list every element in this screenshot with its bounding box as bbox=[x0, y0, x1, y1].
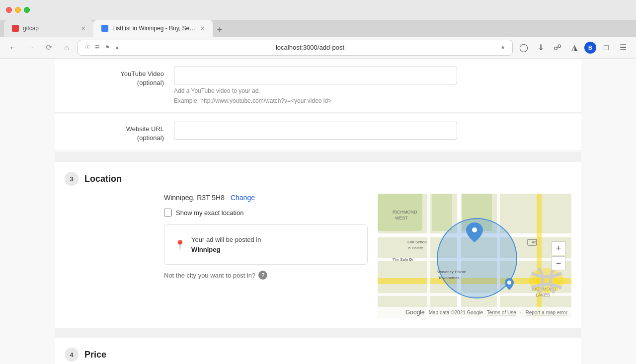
not-city-row: Not the city you want to post in? ? bbox=[164, 271, 368, 280]
navigation-bar: ← → ⟳ ⌂ ☉ ☰ ⚑ ● localhost:3000/add-post … bbox=[0, 37, 636, 59]
svg-text:Elm School: Elm School bbox=[407, 240, 428, 244]
youtube-video-row: YouTube Video(optional) Add a YouTube vi… bbox=[55, 59, 581, 113]
map-container: RICHMOND WEST Waverley Pointe Townhomes … bbox=[378, 194, 571, 318]
address-text: localhost:3000/add-post bbox=[125, 44, 495, 51]
svg-text:42: 42 bbox=[532, 240, 536, 244]
price-section-header: 4 Price bbox=[55, 338, 581, 364]
menu-icon[interactable]: ☰ bbox=[616, 41, 630, 55]
shield-icon: ☉ bbox=[84, 44, 91, 51]
youtube-video-hint1: Add a YouTube video to your ad. bbox=[174, 87, 571, 94]
address-bar[interactable]: ☉ ☰ ⚑ ● localhost:3000/add-post ★ bbox=[78, 40, 513, 56]
pocket-icon[interactable]: ◯ bbox=[517, 41, 531, 55]
reader-icon: ☰ bbox=[94, 44, 101, 51]
location-section: Winnipeg, R3T 5H8 Change Show my exact l… bbox=[55, 194, 581, 328]
map-zoom-in-button[interactable]: + bbox=[552, 241, 565, 255]
svg-point-16 bbox=[507, 281, 511, 285]
back-button[interactable]: ← bbox=[6, 41, 20, 55]
reader-view-icon[interactable]: ◮ bbox=[567, 41, 581, 55]
tab-label-gifcap: gifcap bbox=[23, 25, 78, 32]
location-icon: ● bbox=[114, 44, 121, 51]
ad-posting-box: 📍 Your ad will be posted in Winnipeg bbox=[164, 224, 368, 265]
svg-text:h Pointe: h Pointe bbox=[408, 246, 423, 250]
svg-text:Tim Sale Dr: Tim Sale Dr bbox=[393, 257, 413, 262]
not-city-text: Not the city you want to post in? bbox=[164, 272, 255, 279]
show-exact-location-row: Show my exact location bbox=[164, 209, 368, 217]
home-button[interactable]: ⌂ bbox=[60, 41, 74, 55]
fullscreen-window-button[interactable] bbox=[24, 7, 30, 13]
browser-window: gifcap × ListList in Winnipeg - Buy, Sel… bbox=[0, 0, 636, 364]
svg-text:LAKES: LAKES bbox=[536, 292, 550, 297]
tab-gifcap[interactable]: gifcap × bbox=[4, 20, 93, 37]
tab-label-listlist: ListList in Winnipeg - Buy, Sell & bbox=[112, 25, 197, 32]
close-window-button[interactable] bbox=[6, 7, 12, 13]
address-bar-icons: ☉ ☰ ⚑ ● bbox=[84, 44, 121, 51]
tab-close-gifcap[interactable]: × bbox=[81, 25, 85, 32]
form-container: YouTube Video(optional) Add a YouTube vi… bbox=[45, 59, 591, 364]
tab-close-listlist[interactable]: × bbox=[201, 25, 205, 32]
google-logo: Google bbox=[405, 309, 425, 316]
location-address: Winnipeg, R3T 5H8 bbox=[164, 194, 225, 202]
map-separator: · bbox=[520, 310, 522, 315]
location-pin-icon: 📍 bbox=[174, 239, 185, 250]
section-separator-1 bbox=[55, 152, 581, 162]
page-content: YouTube Video(optional) Add a YouTube vi… bbox=[0, 59, 636, 364]
reader2-icon: ⚑ bbox=[104, 44, 111, 51]
help-icon[interactable]: ? bbox=[258, 271, 267, 280]
youtube-video-section: YouTube Video(optional) Add a YouTube vi… bbox=[55, 59, 581, 113]
bookmarks-icon[interactable]: ☍ bbox=[551, 41, 564, 55]
forward-button[interactable]: → bbox=[24, 41, 38, 55]
map-controls: + − bbox=[552, 241, 565, 270]
svg-text:WEST: WEST bbox=[395, 216, 408, 220]
location-section-header: 3 Location bbox=[55, 162, 581, 194]
website-url-input[interactable] bbox=[174, 122, 457, 140]
price-section-number: 4 bbox=[65, 348, 79, 362]
price-section-title: Price bbox=[84, 350, 106, 360]
website-url-section: Website URL(optional) bbox=[55, 114, 581, 151]
location-address-row: Winnipeg, R3T 5H8 Change bbox=[164, 194, 368, 202]
tab-favicon-gifcap bbox=[12, 25, 19, 32]
traffic-lights bbox=[6, 7, 30, 13]
user-avatar[interactable]: B bbox=[584, 42, 596, 54]
ad-posting-prefix: Your ad will be posted in bbox=[191, 236, 261, 243]
location-section-title: Location bbox=[84, 174, 122, 184]
svg-text:Townhomes: Townhomes bbox=[438, 276, 460, 280]
youtube-video-label: YouTube Video(optional) bbox=[65, 67, 164, 104]
title-bar bbox=[0, 0, 636, 20]
location-left: Winnipeg, R3T 5H8 Change Show my exact l… bbox=[164, 194, 368, 318]
map-footer: Google Map data ©2021 Google Terms of Us… bbox=[378, 307, 571, 318]
show-exact-location-label: Show my exact location bbox=[176, 209, 244, 217]
svg-text:RICHMOND: RICHMOND bbox=[393, 210, 417, 215]
map-data-credit: Map data ©2021 Google bbox=[429, 310, 483, 315]
bookmark-star-icon[interactable]: ★ bbox=[499, 44, 506, 51]
section-separator-2 bbox=[55, 328, 581, 338]
svg-rect-10 bbox=[432, 194, 452, 231]
ad-posting-text: Your ad will be posted in Winnipeg bbox=[191, 235, 261, 254]
download-icon[interactable]: ⇓ bbox=[534, 41, 548, 55]
new-tab-button[interactable]: + bbox=[213, 23, 227, 37]
website-url-input-area bbox=[174, 122, 571, 143]
minimize-window-button[interactable] bbox=[15, 7, 21, 13]
tabs-bar: gifcap × ListList in Winnipeg - Buy, Sel… bbox=[0, 20, 636, 37]
map-svg: RICHMOND WEST Waverley Pointe Townhomes … bbox=[378, 194, 571, 318]
youtube-video-hint2: Example: http://www.youtube.com/watch?v=… bbox=[174, 97, 571, 104]
screenshot-icon[interactable]: □ bbox=[599, 41, 613, 55]
tab-listlist[interactable]: ListList in Winnipeg - Buy, Sell & × bbox=[93, 20, 213, 37]
tab-favicon-listlist bbox=[101, 25, 108, 32]
youtube-video-input-area: Add a YouTube video to your ad. Example:… bbox=[174, 67, 571, 104]
svg-rect-5 bbox=[427, 194, 430, 318]
reload-button[interactable]: ⟳ bbox=[42, 41, 56, 55]
location-section-number: 3 bbox=[65, 172, 79, 186]
svg-rect-8 bbox=[537, 194, 542, 318]
website-url-row: Website URL(optional) bbox=[55, 114, 581, 151]
website-url-label: Website URL(optional) bbox=[65, 122, 164, 143]
svg-point-28 bbox=[529, 268, 564, 293]
location-content: Winnipeg, R3T 5H8 Change Show my exact l… bbox=[65, 194, 571, 318]
map-report-link[interactable]: Report a map error bbox=[526, 310, 567, 315]
map-zoom-out-button[interactable]: − bbox=[552, 256, 565, 270]
youtube-video-input[interactable] bbox=[174, 67, 457, 84]
svg-point-15 bbox=[472, 227, 477, 232]
map-terms-link[interactable]: Terms of Use bbox=[487, 310, 516, 315]
change-location-link[interactable]: Change bbox=[231, 194, 255, 202]
svg-text:Waverley Pointe: Waverley Pointe bbox=[437, 270, 467, 274]
show-exact-location-checkbox[interactable] bbox=[164, 209, 172, 217]
